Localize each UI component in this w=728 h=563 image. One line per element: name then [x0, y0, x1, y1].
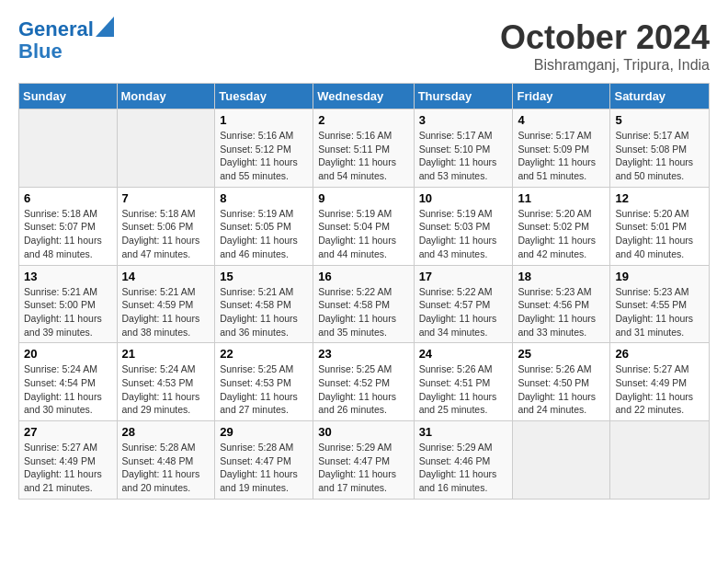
- calendar-cell: 30Sunrise: 5:29 AM Sunset: 4:47 PM Dayli…: [313, 421, 414, 500]
- cell-info: Sunrise: 5:24 AM Sunset: 4:53 PM Dayligh…: [122, 362, 210, 417]
- calendar-cell: 4Sunrise: 5:17 AM Sunset: 5:09 PM Daylig…: [513, 109, 610, 188]
- calendar-cell: 18Sunrise: 5:23 AM Sunset: 4:56 PM Dayli…: [513, 265, 610, 343]
- month-title: October 2024: [500, 18, 710, 57]
- logo: General Blue: [18, 18, 114, 63]
- calendar-cell: 15Sunrise: 5:21 AM Sunset: 4:58 PM Dayli…: [215, 265, 313, 343]
- cell-info: Sunrise: 5:18 AM Sunset: 5:06 PM Dayligh…: [122, 207, 210, 261]
- calendar-cell: 19Sunrise: 5:23 AM Sunset: 4:55 PM Dayli…: [610, 265, 710, 343]
- calendar-cell: 23Sunrise: 5:25 AM Sunset: 4:52 PM Dayli…: [313, 343, 414, 421]
- day-number: 6: [24, 191, 112, 205]
- calendar-cell: 28Sunrise: 5:28 AM Sunset: 4:48 PM Dayli…: [117, 421, 215, 500]
- cell-info: Sunrise: 5:19 AM Sunset: 5:04 PM Dayligh…: [318, 207, 408, 261]
- cell-info: Sunrise: 5:23 AM Sunset: 4:55 PM Dayligh…: [615, 285, 704, 339]
- cell-info: Sunrise: 5:18 AM Sunset: 5:07 PM Dayligh…: [24, 207, 112, 261]
- cell-info: Sunrise: 5:22 AM Sunset: 4:57 PM Dayligh…: [419, 285, 508, 339]
- day-number: 8: [220, 191, 308, 205]
- day-number: 7: [122, 191, 210, 205]
- day-number: 31: [419, 425, 508, 439]
- calendar-cell: 2Sunrise: 5:16 AM Sunset: 5:11 PM Daylig…: [313, 109, 414, 188]
- calendar-cell: 20Sunrise: 5:24 AM Sunset: 4:54 PM Dayli…: [19, 343, 118, 421]
- location-subtitle: Bishramganj, Tripura, India: [500, 57, 710, 74]
- calendar-cell: 5Sunrise: 5:17 AM Sunset: 5:08 PM Daylig…: [610, 109, 710, 188]
- calendar-week-row: 6Sunrise: 5:18 AM Sunset: 5:07 PM Daylig…: [19, 187, 710, 265]
- calendar-cell: 22Sunrise: 5:25 AM Sunset: 4:53 PM Dayli…: [215, 343, 313, 421]
- calendar-cell: 3Sunrise: 5:17 AM Sunset: 5:10 PM Daylig…: [414, 109, 513, 188]
- cell-info: Sunrise: 5:27 AM Sunset: 4:49 PM Dayligh…: [24, 441, 112, 495]
- page-header: General Blue October 2024 Bishramganj, T…: [18, 18, 710, 74]
- day-of-week-header: Tuesday: [215, 84, 313, 109]
- cell-info: Sunrise: 5:25 AM Sunset: 4:53 PM Dayligh…: [220, 362, 308, 417]
- day-of-week-header: Thursday: [414, 84, 513, 109]
- calendar-week-row: 20Sunrise: 5:24 AM Sunset: 4:54 PM Dayli…: [19, 343, 710, 421]
- day-number: 2: [318, 113, 408, 127]
- day-number: 24: [419, 347, 508, 361]
- calendar-cell: 31Sunrise: 5:29 AM Sunset: 4:46 PM Dayli…: [414, 421, 513, 500]
- day-number: 27: [24, 425, 112, 439]
- cell-info: Sunrise: 5:27 AM Sunset: 4:49 PM Dayligh…: [615, 362, 704, 417]
- calendar-cell: 25Sunrise: 5:26 AM Sunset: 4:50 PM Dayli…: [513, 343, 610, 421]
- day-number: 26: [615, 347, 704, 361]
- calendar-cell: [610, 421, 710, 500]
- day-number: 22: [220, 347, 308, 361]
- calendar-cell: 26Sunrise: 5:27 AM Sunset: 4:49 PM Dayli…: [610, 343, 710, 421]
- cell-info: Sunrise: 5:16 AM Sunset: 5:11 PM Dayligh…: [318, 129, 408, 183]
- calendar-header-row: SundayMondayTuesdayWednesdayThursdayFrid…: [19, 84, 710, 109]
- cell-info: Sunrise: 5:16 AM Sunset: 5:12 PM Dayligh…: [220, 129, 308, 183]
- calendar-cell: 13Sunrise: 5:21 AM Sunset: 5:00 PM Dayli…: [19, 265, 118, 343]
- calendar-cell: 8Sunrise: 5:19 AM Sunset: 5:05 PM Daylig…: [215, 187, 313, 265]
- cell-info: Sunrise: 5:28 AM Sunset: 4:48 PM Dayligh…: [122, 441, 210, 495]
- day-of-week-header: Monday: [117, 84, 215, 109]
- cell-info: Sunrise: 5:25 AM Sunset: 4:52 PM Dayligh…: [318, 362, 408, 417]
- day-number: 14: [122, 270, 210, 283]
- day-number: 17: [419, 270, 508, 283]
- logo-text-general: General: [18, 18, 94, 40]
- calendar-cell: [513, 421, 610, 500]
- day-of-week-header: Sunday: [19, 84, 118, 109]
- day-number: 5: [615, 113, 704, 127]
- day-of-week-header: Wednesday: [313, 84, 414, 109]
- day-number: 4: [518, 113, 605, 127]
- calendar-cell: 10Sunrise: 5:19 AM Sunset: 5:03 PM Dayli…: [414, 187, 513, 265]
- day-number: 18: [518, 270, 605, 283]
- day-number: 3: [419, 113, 508, 127]
- day-number: 9: [318, 191, 408, 205]
- cell-info: Sunrise: 5:24 AM Sunset: 4:54 PM Dayligh…: [24, 362, 112, 417]
- calendar-cell: 6Sunrise: 5:18 AM Sunset: 5:07 PM Daylig…: [19, 187, 118, 265]
- calendar-cell: 1Sunrise: 5:16 AM Sunset: 5:12 PM Daylig…: [215, 109, 313, 188]
- day-number: 13: [24, 270, 112, 283]
- day-number: 20: [24, 347, 112, 361]
- calendar-cell: 24Sunrise: 5:26 AM Sunset: 4:51 PM Dayli…: [414, 343, 513, 421]
- cell-info: Sunrise: 5:29 AM Sunset: 4:46 PM Dayligh…: [419, 441, 508, 495]
- cell-info: Sunrise: 5:20 AM Sunset: 5:01 PM Dayligh…: [615, 207, 704, 261]
- calendar-cell: 21Sunrise: 5:24 AM Sunset: 4:53 PM Dayli…: [117, 343, 215, 421]
- cell-info: Sunrise: 5:29 AM Sunset: 4:47 PM Dayligh…: [318, 441, 408, 495]
- cell-info: Sunrise: 5:21 AM Sunset: 4:59 PM Dayligh…: [122, 285, 210, 339]
- cell-info: Sunrise: 5:17 AM Sunset: 5:08 PM Dayligh…: [615, 129, 704, 183]
- cell-info: Sunrise: 5:17 AM Sunset: 5:10 PM Dayligh…: [419, 129, 508, 183]
- cell-info: Sunrise: 5:19 AM Sunset: 5:05 PM Dayligh…: [220, 207, 308, 261]
- cell-info: Sunrise: 5:26 AM Sunset: 4:50 PM Dayligh…: [518, 362, 605, 417]
- day-number: 21: [122, 347, 210, 361]
- calendar-cell: 17Sunrise: 5:22 AM Sunset: 4:57 PM Dayli…: [414, 265, 513, 343]
- cell-info: Sunrise: 5:28 AM Sunset: 4:47 PM Dayligh…: [220, 441, 308, 495]
- cell-info: Sunrise: 5:23 AM Sunset: 4:56 PM Dayligh…: [518, 285, 605, 339]
- logo-triangle-icon: [96, 17, 114, 37]
- calendar-cell: 9Sunrise: 5:19 AM Sunset: 5:04 PM Daylig…: [313, 187, 414, 265]
- calendar-week-row: 1Sunrise: 5:16 AM Sunset: 5:12 PM Daylig…: [19, 109, 710, 188]
- cell-info: Sunrise: 5:21 AM Sunset: 4:58 PM Dayligh…: [220, 285, 308, 339]
- day-number: 1: [220, 113, 308, 127]
- calendar-cell: [19, 109, 118, 188]
- svg-marker-0: [96, 17, 114, 37]
- cell-info: Sunrise: 5:21 AM Sunset: 5:00 PM Dayligh…: [24, 285, 112, 339]
- calendar-cell: 14Sunrise: 5:21 AM Sunset: 4:59 PM Dayli…: [117, 265, 215, 343]
- day-number: 19: [615, 270, 704, 283]
- day-number: 30: [318, 425, 408, 439]
- day-number: 10: [419, 191, 508, 205]
- cell-info: Sunrise: 5:20 AM Sunset: 5:02 PM Dayligh…: [518, 207, 605, 261]
- calendar-week-row: 13Sunrise: 5:21 AM Sunset: 5:00 PM Dayli…: [19, 265, 710, 343]
- calendar-cell: 11Sunrise: 5:20 AM Sunset: 5:02 PM Dayli…: [513, 187, 610, 265]
- cell-info: Sunrise: 5:17 AM Sunset: 5:09 PM Dayligh…: [518, 129, 605, 183]
- calendar-cell: 12Sunrise: 5:20 AM Sunset: 5:01 PM Dayli…: [610, 187, 710, 265]
- calendar-cell: 27Sunrise: 5:27 AM Sunset: 4:49 PM Dayli…: [19, 421, 118, 500]
- title-block: October 2024 Bishramganj, Tripura, India: [500, 18, 710, 74]
